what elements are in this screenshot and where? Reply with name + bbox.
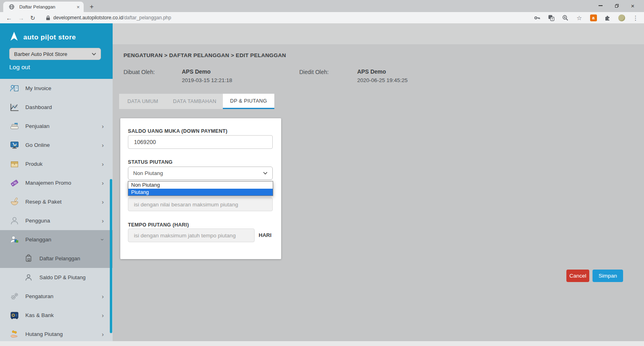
pelanggan-group: Pelanggan › Daftar Pelanggan <box>0 230 113 268</box>
sidebar-item-label: Dashboard <box>25 104 108 110</box>
tab-dp-piutang[interactable]: DP & PIUTANG <box>223 94 274 109</box>
profile-avatar[interactable] <box>617 13 626 22</box>
sidebar-item-resep-paket[interactable]: Resep & Paket › <box>0 192 113 211</box>
browser-tabstrip: Daftar Pelanggan × + × <box>0 0 644 12</box>
url-bar[interactable]: development.autopilotstore.co.id/daftar_… <box>53 15 171 21</box>
translate-icon[interactable] <box>547 13 556 22</box>
store-selector[interactable]: Barber Auto Pilot Store <box>9 48 101 60</box>
form-card: SALDO UANG MUKA (DOWN PAYMENT) STATUS PI… <box>120 118 281 259</box>
tab-data-tambahan[interactable]: DATA TAMBAHAN <box>167 94 223 109</box>
dp-label: SALDO UANG MUKA (DOWN PAYMENT) <box>128 128 227 134</box>
new-tab-button[interactable]: + <box>87 2 97 12</box>
close-window-button[interactable]: × <box>625 0 641 11</box>
sidebar-item-dashboard[interactable]: Dashboard <box>0 98 113 117</box>
simpan-button[interactable]: Simpan <box>593 270 623 282</box>
browser-toolbar: ← → ↻ development.autopilotstore.co.id/d… <box>0 12 644 23</box>
reload-button[interactable]: ↻ <box>30 15 35 21</box>
chevron-right-icon: › <box>102 217 104 224</box>
edited-by-label: Diedit Oleh: <box>299 69 329 75</box>
chevron-right-icon: › <box>102 331 104 338</box>
back-button[interactable]: ← <box>6 15 12 21</box>
sidebar-item-pelanggan[interactable]: Pelanggan › <box>0 230 113 249</box>
breadcrumb: PENGATURAN > DAFTAR PELANGGAN > EDIT PEL… <box>123 52 286 58</box>
gears-icon <box>9 291 20 302</box>
url-path: /daftar_pelanggan.php <box>123 15 171 21</box>
paper-plane-logo-icon <box>9 31 19 43</box>
tab-title: Daftar Pelanggan <box>19 4 73 9</box>
window-controls: × <box>593 0 641 11</box>
sidebar-menu: My Invoice Dashboard Penjualan › Go Onl <box>0 79 113 346</box>
tempo-piutang-input <box>128 229 255 242</box>
url-domain: development.autopilotstore.co.id <box>53 15 123 21</box>
lock-icon <box>46 15 50 21</box>
box-icon <box>9 159 20 169</box>
tab-close-icon[interactable]: × <box>76 4 80 10</box>
sidebar-item-kas-bank[interactable]: Kas & Bank › <box>0 306 113 325</box>
sidebar-item-label: Saldo DP & Piutang <box>39 274 108 280</box>
main-topbar <box>113 23 644 44</box>
hari-suffix: HARI <box>259 232 272 238</box>
edited-by-user: APS Demo <box>357 68 386 75</box>
browser-menu-icon[interactable]: ⋮ <box>631 13 640 22</box>
sidebar-item-penjualan[interactable]: Penjualan › <box>0 117 113 136</box>
sidebar-item-manajemen-promo[interactable]: % Manajemen Promo › <box>0 173 113 192</box>
created-by-user: APS Demo <box>182 68 211 75</box>
restore-button[interactable] <box>609 0 625 11</box>
dropdown-option-non-piutang[interactable]: Non Piutang <box>128 181 273 189</box>
sidebar-item-label: Pelanggan <box>25 237 96 243</box>
browser-tab[interactable]: Daftar Pelanggan × <box>3 2 84 12</box>
extensions-puzzle-icon[interactable] <box>603 13 612 22</box>
sidebar-item-pengguna[interactable]: Pengguna › <box>0 211 113 230</box>
sidebar-header: auto pi|ot store Barber Auto Pilot Store… <box>0 23 113 79</box>
minimize-button[interactable] <box>593 0 609 11</box>
cancel-button[interactable]: Cancel <box>566 270 589 282</box>
sidebar-item-label: Hutang Piutang <box>25 331 96 337</box>
sidebar-item-my-invoice[interactable]: My Invoice <box>0 79 113 98</box>
person-outline-icon <box>9 216 20 226</box>
chevron-right-icon: › <box>102 161 104 167</box>
form-tabs: DATA UMUM DATA TAMBAHAN DP & PIUTANG <box>119 94 274 109</box>
sidebar-scrollbar[interactable] <box>110 179 112 333</box>
sidebar-item-hutang-piutang[interactable]: Hutang Piutang › <box>0 325 113 344</box>
tab-data-umum[interactable]: DATA UMUM <box>119 94 167 109</box>
status-piutang-label: STATUS PIUTANG <box>128 159 173 165</box>
password-key-icon[interactable] <box>533 13 541 22</box>
sidebar-item-go-online[interactable]: Go Online › <box>0 136 113 154</box>
sidebar-item-label: Pengguna <box>25 218 96 224</box>
chevron-down-icon <box>263 172 267 175</box>
sidebar: auto pi|ot store Barber Auto Pilot Store… <box>0 23 113 346</box>
toolbar-extensions: ☆ a ⋮ <box>533 12 640 23</box>
maksimum-piutang-input <box>128 198 273 211</box>
hand-coins-icon <box>9 329 20 340</box>
sidebar-item-saldo-dp-piutang[interactable]: Saldo DP & Piutang <box>0 268 113 287</box>
sidebar-item-label: Produk <box>25 161 96 167</box>
online-store-monitor-icon <box>9 140 20 150</box>
shop-extension-icon[interactable]: a <box>589 13 598 22</box>
sidebar-item-daftar-pelanggan[interactable]: Daftar Pelanggan <box>0 249 113 268</box>
status-piutang-select[interactable]: Non Piutang <box>128 167 273 180</box>
dropdown-option-piutang[interactable]: Piutang <box>128 189 273 196</box>
sidebar-item-label: My Invoice <box>25 85 108 91</box>
screen: Daftar Pelanggan × + × ← → ↻ development… <box>0 0 644 346</box>
sidebar-item-label: Resep & Paket <box>25 199 96 205</box>
dp-input[interactable] <box>128 135 273 149</box>
logout-link[interactable]: Log out <box>9 64 30 71</box>
store-selector-value: Barber Auto Pilot Store <box>14 51 67 57</box>
chevron-right-icon: › <box>102 198 104 205</box>
globe-favicon-icon <box>7 2 16 11</box>
cash-register-icon <box>9 121 20 132</box>
bookmark-star-icon[interactable]: ☆ <box>575 13 584 22</box>
sidebar-item-produk[interactable]: Produk › <box>0 154 113 173</box>
created-by-timestamp: 2019-03-15 12:21:18 <box>182 77 232 83</box>
minimize-icon <box>599 5 603 6</box>
avatar-icon <box>618 14 625 21</box>
sidebar-item-pengaturan[interactable]: Pengaturan › <box>0 287 113 306</box>
promo-tag-icon: % <box>9 178 20 188</box>
brand-name: auto pi|ot store <box>23 33 76 41</box>
created-by-label: Dibuat Oleh: <box>123 69 155 75</box>
sidebar-item-label: Daftar Pelanggan <box>39 255 108 262</box>
chevron-down-icon: › <box>99 239 106 241</box>
zoom-icon[interactable] <box>561 13 570 22</box>
forward-button[interactable]: → <box>18 15 24 21</box>
chevron-right-icon: › <box>102 312 104 319</box>
